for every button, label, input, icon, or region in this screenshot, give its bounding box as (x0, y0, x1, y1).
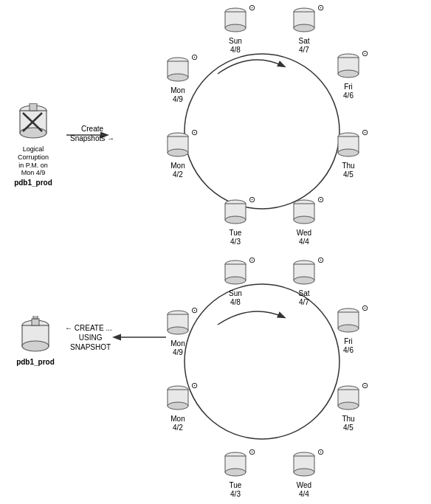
camera-icon: ⊙ (362, 381, 368, 390)
camera-icon: ⊙ (317, 3, 324, 13)
camera-icon: ⊙ (191, 52, 198, 62)
snapshot-label: Mon4/2 (170, 415, 185, 432)
corrupt-db-label: LogicalCorruptionin P.M. onMon 4/9 (7, 145, 59, 177)
snapshot-wed-44-top: ⊙ Wed4/4 (290, 198, 318, 246)
svg-point-45 (225, 277, 246, 284)
camera-icon: ⊙ (249, 3, 255, 13)
snapshot-label: Fri4/6 (343, 83, 354, 100)
snapshot-label: Sat4/7 (298, 37, 309, 55)
snapshot-label: Wed4/4 (297, 481, 311, 499)
snapshot-mon-49-top: ⊙ Mon4/9 (164, 55, 192, 104)
svg-point-42 (168, 327, 188, 334)
snapshot-wed-44-bottom: ⊙ Wed4/4 (290, 450, 318, 499)
camera-icon: ⊙ (249, 447, 255, 457)
svg-rect-38 (32, 319, 39, 325)
restored-db-name: pdb1_prod (16, 358, 55, 367)
camera-icon: ⊙ (317, 447, 324, 457)
snapshot-label: Sun4/8 (229, 37, 242, 55)
svg-point-48 (294, 277, 314, 284)
svg-point-22 (338, 70, 359, 77)
create-snapshots-label: CreateSnapshots → (70, 124, 114, 143)
camera-icon: ⊙ (362, 128, 368, 137)
snapshot-label: Thu4/5 (342, 415, 354, 432)
restored-db: pdb1_prod (16, 316, 55, 367)
camera-icon: ⊙ (362, 49, 368, 58)
corrupt-db-name: pdb1_prod (14, 179, 52, 187)
snapshot-sun-48-bottom: ⊙ Sun4/8 (221, 258, 249, 307)
camera-icon: ⊙ (317, 195, 324, 204)
svg-point-19 (294, 24, 314, 32)
camera-icon: ⊙ (317, 255, 324, 265)
svg-rect-39 (33, 316, 38, 319)
svg-point-28 (294, 216, 314, 224)
snapshot-fri-46-bottom: ⊙ Fri4/6 (334, 306, 362, 355)
svg-point-51 (338, 325, 359, 332)
svg-point-34 (168, 149, 188, 156)
snapshot-sat-47-top: ⊙ Sat4/7 (290, 6, 318, 55)
snapshot-sun-48-top: ⊙ Sun4/8 (221, 6, 249, 55)
snapshot-mon-42-bottom: ⊙ Mon4/2 (164, 384, 192, 432)
svg-point-54 (338, 402, 359, 410)
corrupt-db: LogicalCorruptionin P.M. onMon 4/9 pdb1_… (7, 103, 59, 187)
svg-point-1 (185, 284, 339, 439)
camera-icon: ⊙ (249, 195, 255, 204)
svg-point-31 (225, 216, 246, 224)
snapshot-label: Tue4/3 (230, 229, 242, 246)
snapshot-tue-43-bottom: ⊙ Tue4/3 (221, 450, 249, 499)
create-snapshot-label: ← CREATE ... USING SNAPSHOT (65, 323, 112, 352)
snapshot-thu-45-bottom: ⊙ Thu4/5 (334, 384, 362, 432)
svg-point-16 (225, 24, 246, 32)
svg-point-13 (168, 74, 188, 81)
snapshot-fri-46-top: ⊙ Fri4/6 (334, 52, 362, 100)
camera-icon: ⊙ (191, 381, 198, 390)
snapshot-sat-47-bottom: ⊙ Sat4/7 (290, 258, 318, 307)
snapshot-label: Sun4/8 (229, 289, 242, 307)
svg-point-25 (338, 149, 359, 156)
svg-point-60 (225, 469, 246, 476)
snapshot-thu-45-top: ⊙ Thu4/5 (334, 131, 362, 179)
snapshot-label: Thu4/5 (342, 162, 354, 179)
snapshot-mon-42-top: ⊙ Mon4/2 (164, 131, 192, 179)
svg-point-37 (22, 341, 49, 351)
svg-point-0 (185, 54, 339, 209)
snapshot-label: Wed4/4 (297, 229, 311, 246)
camera-icon: ⊙ (362, 303, 368, 313)
snapshot-label: Mon4/9 (170, 86, 185, 104)
snapshot-tue-43-top: ⊙ Tue4/3 (221, 198, 249, 246)
snapshot-label: Tue4/3 (230, 481, 242, 499)
snapshot-label: Sat4/7 (298, 289, 309, 307)
camera-icon: ⊙ (191, 305, 198, 315)
svg-point-63 (168, 402, 188, 410)
diagram-svg (0, 0, 431, 504)
snapshot-label: Mon4/9 (170, 339, 185, 357)
snapshot-label: Fri4/6 (343, 337, 354, 355)
svg-point-57 (294, 469, 314, 476)
svg-rect-7 (30, 103, 37, 111)
camera-icon: ⊙ (249, 255, 255, 265)
camera-icon: ⊙ (191, 128, 198, 137)
snapshot-mon-49-bottom: ⊙ Mon4/9 (164, 308, 192, 357)
snapshot-label: Mon4/2 (170, 162, 185, 179)
main-diagram: LogicalCorruptionin P.M. onMon 4/9 pdb1_… (0, 0, 431, 504)
